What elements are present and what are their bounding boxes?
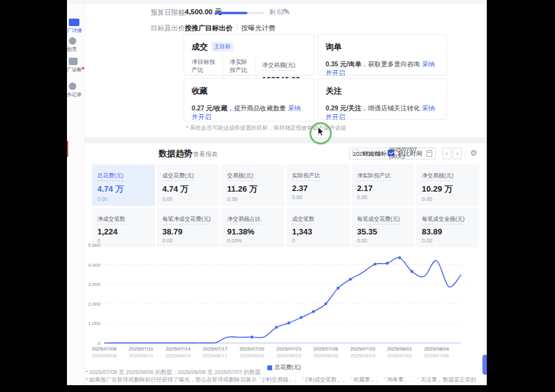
goal-price: 0.27 元/收藏 bbox=[192, 104, 228, 112]
gear-icon[interactable]: ⚙ bbox=[470, 148, 477, 158]
budget-progress-fill bbox=[215, 12, 247, 14]
goal-card-inquiry: 询单 0.35 元/询单，获取更多意向咨询 采纳并开启 bbox=[317, 34, 447, 76]
trend-metric-label: 总花费(元) bbox=[97, 172, 123, 181]
legend-swatch bbox=[267, 365, 272, 370]
svg-text:2025/07/05: 2025/07/05 bbox=[424, 353, 450, 359]
svg-text:2025/07/23: 2025/07/23 bbox=[277, 346, 302, 352]
date-range-picker[interactable]: 2025/06/08 ~ 2025/07/07 (30天) bbox=[349, 148, 436, 159]
view-report-link[interactable]: 查看报表 bbox=[193, 150, 218, 159]
trend-metric-label: 每笔成交花费(元) bbox=[357, 215, 400, 225]
date-separator: ~ bbox=[383, 151, 386, 157]
date-start: 2025/06/08 bbox=[353, 151, 381, 157]
trend-metric-label: 净实际投产比 bbox=[357, 172, 391, 181]
diagnosis-icon bbox=[69, 58, 78, 65]
tab-bid-by-goal[interactable]: 按推广目标出价 bbox=[185, 24, 233, 33]
svg-text:2025/06/29: 2025/06/29 bbox=[350, 353, 376, 359]
goal-card-follow: 关注 0.29 元/关注，增强店铺关注转化 采纳并开启 bbox=[317, 78, 447, 120]
svg-text:2025/08/01: 2025/08/01 bbox=[387, 346, 412, 352]
trend-line-chart: 01,0002,0003,0004,0005,0002025/07/082025… bbox=[86, 238, 486, 365]
goal-desc: ，提升商品收藏数量 bbox=[228, 104, 288, 112]
budget-progress-bar bbox=[215, 12, 265, 14]
trend-metric-value: 10.29 万 bbox=[422, 184, 474, 195]
section-divider bbox=[84, 137, 487, 143]
trend-title: 数据趋势 bbox=[159, 148, 192, 159]
trend-metric-value: 38.79 bbox=[162, 227, 215, 236]
trend-metric-card-5[interactable]: 净交易额(元)10.29 万0.00 bbox=[416, 164, 479, 206]
metric-label: 净交易额(元) bbox=[262, 61, 296, 71]
svg-text:2025/08/04: 2025/08/04 bbox=[424, 346, 450, 352]
sidebar-item-0[interactable]: 广详情 bbox=[67, 19, 84, 34]
legend-label: 总花费(元) bbox=[275, 363, 301, 372]
trend-metric-label: 净交易额占比 bbox=[227, 215, 260, 225]
svg-text:2025/07/11: 2025/07/11 bbox=[129, 346, 154, 352]
trend-metric-label: 净交易额(元) bbox=[422, 172, 453, 181]
svg-text:2,000: 2,000 bbox=[88, 301, 101, 307]
trend-metric-card-3[interactable]: 实际投产比2.370.00 bbox=[286, 164, 350, 206]
trend-metric-card-2[interactable]: 交易额(元)11.26 万0.00 bbox=[221, 164, 285, 206]
trend-metric-compare-value: 0.00 bbox=[422, 196, 474, 202]
goal-card-title: 关注 bbox=[326, 86, 342, 97]
goal-card-favorite: 收藏 0.27 元/收藏，提升商品收藏数量 采纳并开启 bbox=[184, 78, 314, 122]
trend-metric-label: 成交笔数 bbox=[292, 215, 314, 225]
trend-metric-label: 交易额(元) bbox=[227, 172, 253, 181]
sidebar-item-1[interactable]: 创意 bbox=[67, 37, 84, 53]
data-point-marker bbox=[349, 278, 352, 281]
data-point-marker bbox=[411, 270, 414, 273]
trend-metric-card-0[interactable]: 总花费(元)4.74 万0.00 bbox=[92, 164, 155, 206]
metric-label: 净实际投产比 bbox=[229, 58, 249, 76]
goal-card-title: 收藏 bbox=[192, 86, 208, 97]
trend-metric-value: 83.89 bbox=[422, 227, 474, 236]
goal-card-title: 询单 bbox=[326, 42, 342, 53]
svg-text:2025/06/26: 2025/06/26 bbox=[313, 353, 339, 359]
goal-desc: ，获取更多意向咨询 bbox=[362, 60, 422, 68]
trend-metric-value: 4.74 万 bbox=[97, 184, 149, 195]
data-point-marker bbox=[287, 321, 290, 324]
svg-text:3,000: 3,000 bbox=[88, 282, 101, 287]
trend-metric-compare-value: 0.00 bbox=[292, 194, 344, 200]
trend-metric-compare-value: 0.00 bbox=[357, 194, 409, 200]
data-point-marker bbox=[398, 256, 401, 259]
trend-metric-value: 4.74 万 bbox=[162, 184, 215, 195]
sidebar-item-label: 广详情 bbox=[67, 27, 84, 34]
trend-metric-card-1[interactable]: 成交花费(元)4.74 万0.00 bbox=[157, 164, 220, 206]
promo-detail-icon bbox=[69, 19, 79, 26]
svg-text:2025/07/26: 2025/07/26 bbox=[313, 346, 339, 352]
primary-goal-badge: 主目标 bbox=[211, 42, 233, 51]
budget-edit-icon[interactable]: ✎ bbox=[283, 7, 288, 14]
svg-text:4,000: 4,000 bbox=[88, 262, 101, 268]
trend-metric-value: 1,224 bbox=[97, 227, 149, 236]
goal-card-title: 成交 bbox=[192, 42, 208, 53]
trend-chart-area: 01,0002,0003,0004,0005,0002025/07/082025… bbox=[86, 238, 486, 368]
data-point-marker bbox=[373, 263, 376, 266]
data-point-marker bbox=[386, 262, 389, 265]
floating-side-button[interactable] bbox=[482, 355, 487, 375]
svg-text:2025/06/23: 2025/06/23 bbox=[277, 353, 302, 359]
goal-card-deal: 成交主目标 净目标投产比i 2.45 ✎ 净实际投产比 2.17 净交易额(元)… bbox=[184, 34, 314, 76]
trend-metric-compare-value: 0.00 bbox=[162, 196, 215, 202]
tab-bid-by-exposure[interactable]: 按曝光计费 bbox=[241, 24, 275, 33]
trend-metric-card-4[interactable]: 净实际投产比2.170.00 bbox=[352, 164, 415, 206]
trend-metric-label: 实际投产比 bbox=[292, 172, 320, 181]
svg-text:2025/06/14: 2025/06/14 bbox=[166, 353, 191, 359]
svg-text:2025/07/08: 2025/07/08 bbox=[92, 346, 117, 352]
goal-price: 0.29 元/关注 bbox=[326, 104, 362, 112]
data-point-marker bbox=[337, 287, 340, 290]
data-point-marker bbox=[324, 302, 327, 305]
svg-text:5,000: 5,000 bbox=[88, 243, 101, 248]
top-band bbox=[67, 0, 487, 4]
trend-metric-value: 2.37 bbox=[292, 184, 344, 193]
footnote-data-explanation: * 如果推广在暂停或删除前已经获得了曝光，那么在暂停或删除后展示「(净)交易额」… bbox=[86, 376, 476, 384]
trend-metric-compare-value: 0.00 bbox=[97, 196, 149, 202]
svg-text:2025/07/17: 2025/07/17 bbox=[203, 346, 228, 352]
left-nav-sidebar: 广详情创意广诊断作记录 bbox=[67, 4, 85, 385]
svg-text:2025/06/17: 2025/06/17 bbox=[203, 353, 228, 359]
sidebar-item-3[interactable]: 作记录 bbox=[67, 82, 84, 98]
metric-label: 净目标投产比 bbox=[192, 58, 216, 76]
sidebar-item-2[interactable]: 广诊断 bbox=[67, 58, 84, 73]
svg-text:0: 0 bbox=[98, 341, 101, 346]
trend-metric-value: 2.17 bbox=[357, 184, 409, 193]
data-point-marker bbox=[300, 316, 303, 319]
next-period-button[interactable]: › bbox=[453, 148, 462, 159]
series-总花费(元) bbox=[104, 257, 461, 343]
prev-period-button[interactable]: ‹ bbox=[442, 148, 451, 159]
